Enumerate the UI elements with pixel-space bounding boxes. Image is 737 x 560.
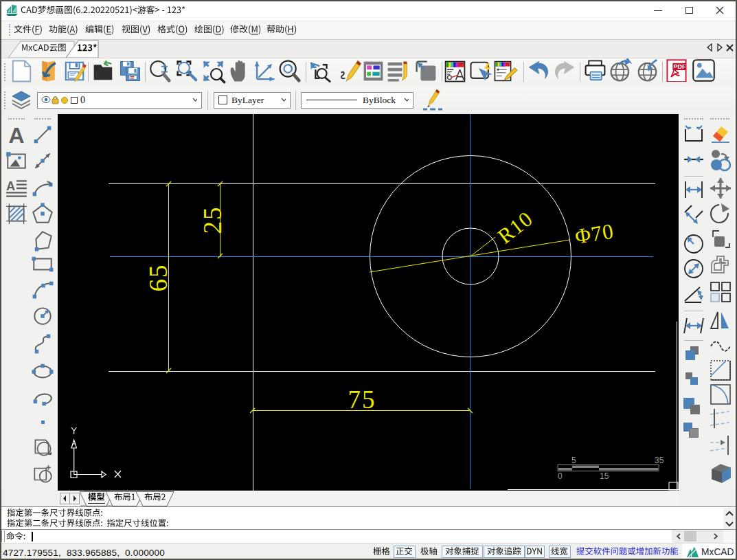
- svg-text:35: 35: [655, 456, 664, 465]
- svg-text:15: 15: [600, 471, 609, 481]
- svg-text:65: 65: [144, 264, 172, 292]
- svg-text:A: A: [8, 123, 24, 146]
- svg-text:Φ70: Φ70: [574, 219, 615, 248]
- svg-text:0: 0: [558, 471, 563, 481]
- svg-text:A: A: [6, 179, 15, 193]
- svg-text:R10: R10: [493, 206, 538, 248]
- svg-text:PDF: PDF: [673, 63, 686, 70]
- svg-text:25: 25: [199, 206, 227, 234]
- svg-text:75: 75: [348, 385, 376, 414]
- svg-text:5: 5: [571, 456, 576, 465]
